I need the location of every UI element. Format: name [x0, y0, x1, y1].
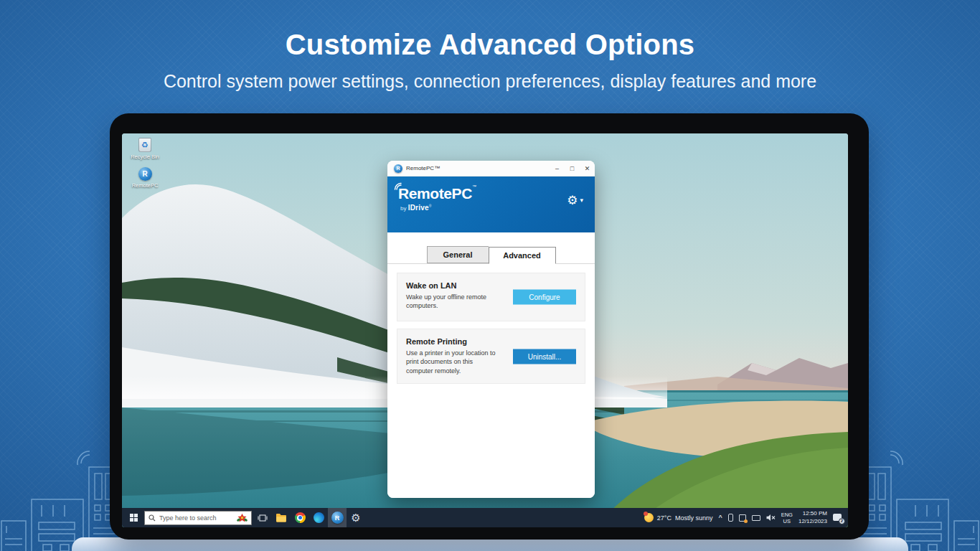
desktop-icon-recycle-bin[interactable]: ♻ Recycle Bin — [128, 138, 162, 160]
chrome-button[interactable] — [291, 508, 309, 527]
taskbar-clock[interactable]: 12:50 PM 12/12/2023 — [798, 510, 827, 525]
weather-widget[interactable]: 27°C Mostly sunny — [644, 513, 713, 522]
card-title: Wake on LAN — [406, 281, 576, 290]
logo-trademark: ™ — [472, 184, 476, 189]
file-explorer-button[interactable] — [272, 508, 291, 527]
language-code: ENG — [781, 512, 793, 518]
tab-advanced[interactable]: Advanced — [489, 247, 556, 264]
desktop-icon-list: ♻ Recycle Bin R RemotePC — [128, 138, 162, 189]
system-tray: 27°C Mostly sunny ^ ENG — [644, 510, 846, 525]
chrome-icon — [295, 512, 306, 523]
hidden-icons-chevron[interactable]: ^ — [718, 514, 722, 521]
start-button[interactable] — [124, 508, 143, 527]
remotepc-window: R RemotePC™ – □ ✕ RemotePC™ — [387, 161, 595, 498]
card-description: Wake up your offline remote computers. — [406, 293, 498, 311]
logo-signal-arcs-icon — [394, 182, 404, 192]
clock-time: 12:50 PM — [803, 510, 827, 517]
region-code: US — [783, 518, 791, 524]
close-button[interactable]: ✕ — [580, 161, 595, 176]
advanced-options-list: Wake on LAN Wake up your offline remote … — [387, 264, 595, 392]
page-subtitle: Control system power settings, connectio… — [0, 71, 980, 92]
windows-logo-icon — [130, 514, 138, 522]
remote-printing-card: Remote Printing Use a printer in your lo… — [397, 329, 585, 384]
settings-menu-button[interactable]: ⚙ ▾ — [567, 192, 583, 209]
display-tray-icon[interactable] — [752, 515, 760, 521]
window-body: General Advanced Wake on LAN Wake up you… — [387, 232, 595, 498]
search-input[interactable] — [159, 514, 233, 522]
monitor-icon — [752, 515, 760, 521]
screenshot-root: Customize Advanced Options Control syste… — [0, 0, 980, 551]
remotepc-logo: RemotePC™ by IDrive® — [398, 186, 476, 232]
language-indicator[interactable]: ENG US — [781, 512, 793, 524]
minimize-button[interactable]: – — [550, 161, 565, 176]
gear-icon: ⚙ — [567, 194, 578, 207]
file-explorer-icon — [275, 513, 287, 522]
seasonal-flower-icon — [237, 513, 248, 523]
taskbar-search[interactable] — [144, 511, 252, 525]
window-titlebar[interactable]: R RemotePC™ – □ ✕ — [387, 161, 595, 176]
action-center-button[interactable]: 2 — [833, 514, 843, 522]
settings-gear-icon: ⚙ — [351, 512, 360, 523]
laptop-screen: ♻ Recycle Bin R RemotePC R RemotePC™ – □… — [122, 133, 848, 527]
remotepc-taskbar-button[interactable]: R — [328, 508, 347, 527]
desktop-icon-remotepc[interactable]: R RemotePC — [128, 167, 162, 189]
banner-headline: Customize Advanced Options Control syste… — [0, 29, 980, 92]
page-title: Customize Advanced Options — [0, 29, 980, 61]
chevron-down-icon: ▾ — [580, 197, 583, 204]
weather-condition: Mostly sunny — [675, 514, 713, 522]
maximize-button[interactable]: □ — [565, 161, 580, 176]
remotepc-taskbar-icon: R — [331, 512, 344, 524]
search-icon — [149, 514, 156, 522]
clock-date: 12/12/2023 — [798, 518, 827, 525]
card-title: Remote Printing — [406, 337, 576, 346]
remotepc-app-icon: R — [394, 164, 402, 173]
speaker-muted-icon — [766, 514, 776, 522]
byline-registered: ® — [429, 204, 432, 208]
card-description: Use a printer in your location to print … — [406, 349, 498, 375]
recycle-bin-icon: ♻ — [138, 138, 151, 152]
taskbar: R ⚙ 27°C Mostly sunny ^ — [122, 508, 848, 527]
notification-tray-icon[interactable] — [739, 514, 746, 522]
logo-byline: by IDrive® — [398, 204, 476, 212]
weather-sun-icon — [644, 513, 654, 522]
edge-icon — [314, 512, 324, 523]
configure-button[interactable]: Configure — [513, 290, 576, 305]
window-title: RemotePC™ — [406, 165, 550, 171]
edge-button[interactable] — [309, 508, 328, 527]
desktop-icon-label: RemotePC — [132, 182, 159, 189]
notification-count-badge: 2 — [839, 518, 845, 524]
uninstall-button[interactable]: Uninstall... — [513, 349, 576, 364]
byline-prefix: by — [400, 205, 406, 212]
remotepc-icon: R — [138, 167, 152, 181]
desktop-icon-label: Recycle Bin — [131, 154, 159, 160]
weather-temperature: 27°C — [657, 514, 672, 522]
volume-tray-icon[interactable] — [766, 514, 776, 522]
phone-icon — [728, 514, 733, 522]
wake-on-lan-card: Wake on LAN Wake up your offline remote … — [397, 273, 585, 321]
logo-text: RemotePC — [398, 185, 472, 202]
byline-company: IDrive — [408, 204, 429, 212]
tab-general[interactable]: General — [427, 246, 489, 263]
settings-taskbar-button[interactable]: ⚙ — [347, 508, 365, 527]
window-brand-header: RemotePC™ by IDrive® ⚙ ▾ — [387, 176, 595, 232]
task-view-icon — [258, 514, 268, 522]
alert-dot — [744, 519, 748, 523]
task-view-button[interactable] — [253, 508, 272, 527]
window-controls: – □ ✕ — [550, 161, 595, 176]
phone-tray-icon[interactable] — [728, 514, 733, 522]
tab-strip: General Advanced — [387, 246, 595, 264]
